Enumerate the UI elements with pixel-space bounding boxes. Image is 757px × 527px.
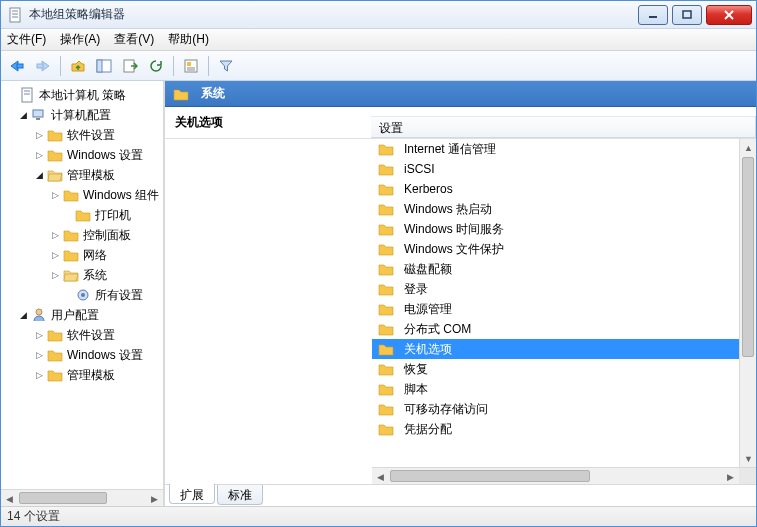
tree-label: Windows 设置 xyxy=(67,147,143,164)
list-item[interactable]: Windows 文件保护 xyxy=(372,239,739,259)
expand-icon[interactable]: ▷ xyxy=(33,329,45,341)
menu-view[interactable]: 查看(V) xyxy=(114,31,154,48)
list-item-label: Kerberos xyxy=(404,182,453,196)
status-text: 14 个设置 xyxy=(7,508,60,525)
expand-icon[interactable]: ▷ xyxy=(33,149,45,161)
tree-network[interactable]: ▷ 网络 xyxy=(1,245,163,265)
expand-icon[interactable]: ▷ xyxy=(33,369,45,381)
tree-root[interactable]: 本地计算机 策略 xyxy=(1,85,163,105)
list-item[interactable]: Kerberos xyxy=(372,179,739,199)
scroll-up-icon[interactable]: ▲ xyxy=(740,139,756,156)
policy-icon xyxy=(19,87,35,103)
show-hide-tree-button[interactable] xyxy=(92,54,116,78)
list-item[interactable]: 分布式 COM xyxy=(372,319,739,339)
tree-windows-settings[interactable]: ▷ Windows 设置 xyxy=(1,145,163,165)
tree-system[interactable]: ▷ 系统 xyxy=(1,265,163,285)
tree-software-settings[interactable]: ▷ 软件设置 xyxy=(1,125,163,145)
folder-icon xyxy=(378,221,394,237)
menu-action[interactable]: 操作(A) xyxy=(60,31,100,48)
expand-icon[interactable]: ▷ xyxy=(49,229,61,241)
collapse-icon[interactable]: ◢ xyxy=(17,109,29,121)
tree-user-config[interactable]: ◢ 用户配置 xyxy=(1,305,163,325)
collapse-icon[interactable]: ◢ xyxy=(17,309,29,321)
list-item[interactable]: 登录 xyxy=(372,279,739,299)
filter-button[interactable] xyxy=(214,54,238,78)
computer-icon xyxy=(31,107,47,123)
svg-rect-8 xyxy=(17,64,23,68)
tab-standard[interactable]: 标准 xyxy=(217,485,263,505)
close-button[interactable] xyxy=(706,5,752,25)
list-item[interactable]: 可移动存储访问 xyxy=(372,399,739,419)
properties-button[interactable] xyxy=(179,54,203,78)
tabs-row: 扩展 标准 xyxy=(165,484,756,506)
list-horizontal-scrollbar[interactable]: ◀ ▶ xyxy=(372,467,756,484)
tree-control-panel[interactable]: ▷ 控制面板 xyxy=(1,225,163,245)
tree-label: 软件设置 xyxy=(67,327,115,344)
tree[interactable]: 本地计算机 策略 ◢ 计算机配置 ▷ 软件设置 ▷ Windows 设置 xyxy=(1,81,163,489)
tree-horizontal-scrollbar[interactable]: ◀ ▶ xyxy=(1,489,163,506)
folder-icon xyxy=(378,361,394,377)
tree-user-windows-settings[interactable]: ▷ Windows 设置 xyxy=(1,345,163,365)
folder-icon xyxy=(75,207,91,223)
scrollbar-thumb[interactable] xyxy=(19,492,107,504)
list-item[interactable]: 电源管理 xyxy=(372,299,739,319)
list-vertical-scrollbar[interactable]: ▲ ▼ xyxy=(739,139,756,467)
folder-icon xyxy=(378,241,394,257)
scroll-right-icon[interactable]: ▶ xyxy=(146,490,163,506)
folder-icon xyxy=(173,86,189,102)
export-button[interactable] xyxy=(118,54,142,78)
app-icon xyxy=(7,7,23,23)
scroll-left-icon[interactable]: ◀ xyxy=(372,468,389,484)
list-item-label: Windows 热启动 xyxy=(404,201,492,218)
svg-rect-5 xyxy=(683,11,691,18)
menu-help[interactable]: 帮助(H) xyxy=(168,31,209,48)
expand-icon[interactable]: ▷ xyxy=(33,349,45,361)
list-item[interactable]: iSCSI xyxy=(372,159,739,179)
tree-printers[interactable]: 打印机 xyxy=(1,205,163,225)
minimize-button[interactable] xyxy=(638,5,668,25)
folder-icon xyxy=(47,327,63,343)
tree-label: 所有设置 xyxy=(95,287,143,304)
tab-extended[interactable]: 扩展 xyxy=(169,484,215,504)
settings-list[interactable]: Internet 通信管理iSCSIKerberosWindows 热启动Win… xyxy=(372,139,739,467)
tree-label: 本地计算机 策略 xyxy=(39,87,126,104)
scrollbar-thumb[interactable] xyxy=(390,470,590,482)
tree-user-admin-templates[interactable]: ▷ 管理模板 xyxy=(1,365,163,385)
list-item[interactable]: 关机选项 xyxy=(372,339,739,359)
tree-label: 用户配置 xyxy=(51,307,99,324)
scroll-right-icon[interactable]: ▶ xyxy=(722,468,739,484)
menu-file[interactable]: 文件(F) xyxy=(7,31,46,48)
collapse-icon[interactable]: ◢ xyxy=(33,169,45,181)
maximize-button[interactable] xyxy=(672,5,702,25)
expand-icon[interactable]: ▷ xyxy=(49,249,61,261)
up-button[interactable] xyxy=(66,54,90,78)
list-item[interactable]: Windows 时间服务 xyxy=(372,219,739,239)
scroll-down-icon[interactable]: ▼ xyxy=(740,450,756,467)
tree-computer-config[interactable]: ◢ 计算机配置 xyxy=(1,105,163,125)
column-header-settings[interactable]: 设置 xyxy=(371,116,756,138)
list-item-label: 登录 xyxy=(404,281,428,298)
expand-icon[interactable]: ▷ xyxy=(49,269,61,281)
list-item[interactable]: 磁盘配额 xyxy=(372,259,739,279)
forward-button[interactable] xyxy=(31,54,55,78)
list-item[interactable]: 凭据分配 xyxy=(372,419,739,439)
scroll-left-icon[interactable]: ◀ xyxy=(1,490,18,506)
expand-icon[interactable]: ▷ xyxy=(33,129,45,141)
list-item[interactable]: Windows 热启动 xyxy=(372,199,739,219)
list-item[interactable]: 恢复 xyxy=(372,359,739,379)
tree-admin-templates[interactable]: ◢ 管理模板 xyxy=(1,165,163,185)
detail-title: 系统 xyxy=(201,85,225,102)
tree-all-settings[interactable]: 所有设置 xyxy=(1,285,163,305)
scrollbar-thumb[interactable] xyxy=(742,157,754,357)
refresh-button[interactable] xyxy=(144,54,168,78)
list-item-label: Windows 时间服务 xyxy=(404,221,504,238)
tree-windows-components[interactable]: ▷ Windows 组件 xyxy=(1,185,163,205)
folder-icon xyxy=(47,147,63,163)
list-item[interactable]: 脚本 xyxy=(372,379,739,399)
back-button[interactable] xyxy=(5,54,29,78)
tree-user-software-settings[interactable]: ▷ 软件设置 xyxy=(1,325,163,345)
list-item[interactable]: Internet 通信管理 xyxy=(372,139,739,159)
folder-icon xyxy=(378,421,394,437)
folder-icon xyxy=(47,367,63,383)
expand-icon[interactable]: ▷ xyxy=(49,189,61,201)
